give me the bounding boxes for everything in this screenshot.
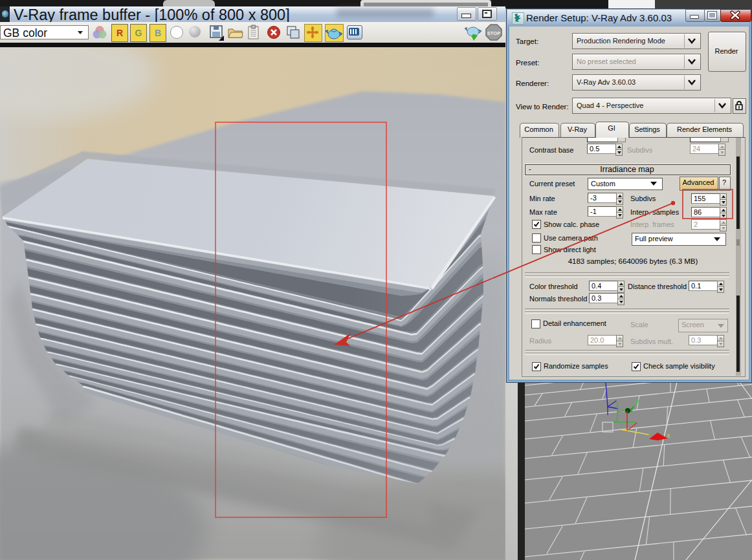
svg-text:STOP: STOP (487, 30, 500, 36)
svg-text:y: y (636, 397, 639, 405)
svg-text:x: x (667, 431, 670, 439)
